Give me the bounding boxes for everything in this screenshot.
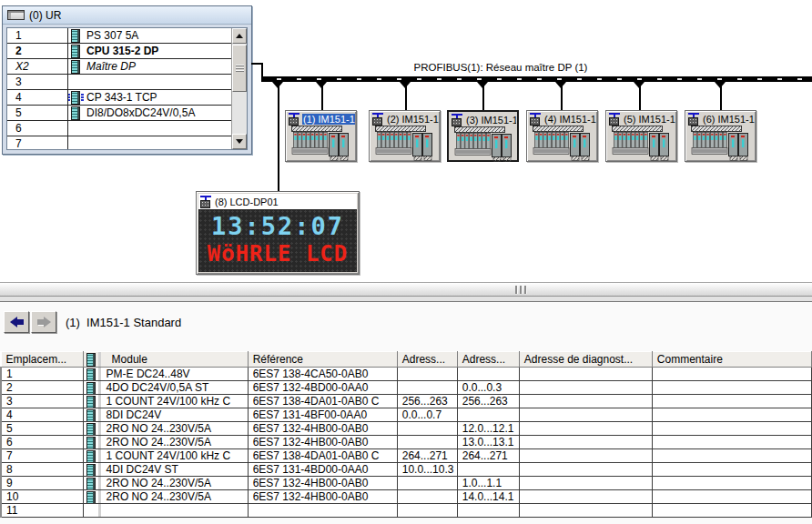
cell-address-e: 0.0...0.7 <box>397 408 457 422</box>
cell-comment <box>652 381 811 395</box>
rack-titlebar[interactable]: (0) UR <box>3 6 251 25</box>
et200s-station-image <box>690 126 750 162</box>
cell-comment <box>652 436 811 449</box>
module-table-row[interactable]: 5 2RO NO 24..230V/5A 6ES7 132-4HB00-0AB0… <box>1 422 812 436</box>
module-icon <box>71 91 80 105</box>
cell-address-e: 256...263 <box>397 395 457 408</box>
column-header-diagnostic-address[interactable]: Adresse de diagnost... <box>519 352 652 368</box>
profibus-line[interactable] <box>261 76 812 82</box>
cell-slot: 6 <box>1 436 83 449</box>
cell-address-s: 12.0...12.1 <box>457 422 519 436</box>
cell-reference: 6ES7 132-4HB00-0AB0 <box>248 436 397 449</box>
module-icon <box>86 409 96 422</box>
profibus-slave-station[interactable]: (1) IM151-1 <box>285 110 357 162</box>
device-label: (3) IM151-1 <box>465 115 516 126</box>
module-table-row[interactable]: 9 2RO NO 24..230V/5A 6ES7 132-4HB00-0AB0… <box>1 477 812 490</box>
cell-slot: 5 <box>1 422 83 436</box>
rack-slot-row[interactable]: 2 CPU 315-2 DP <box>7 44 231 59</box>
profibus-slave-station[interactable]: (4) IM151-1 <box>526 110 598 162</box>
cell-module: 8DI DC24V <box>83 408 248 422</box>
cell-comment <box>652 422 811 436</box>
cell-module: 2RO NO 24..230V/5A <box>83 436 248 449</box>
module-icon <box>86 464 96 477</box>
cell-reference: 6ES7 131-4BD00-0AA0 <box>248 463 397 477</box>
drop-line <box>720 82 722 110</box>
module-table-row[interactable]: 4 8DI DC24V 6ES7 131-4BF00-0AA0 0.0...0.… <box>1 408 812 422</box>
cell-diagnostic-address <box>519 395 652 408</box>
column-header-address-e[interactable]: Adress... <box>397 352 457 368</box>
module-table-row[interactable]: 2 4DO DC24V/0,5A ST 6ES7 132-4BD00-0AA0 … <box>1 381 812 395</box>
cell-reference: 6ES7 138-4DA01-0AB0 C <box>248 449 397 463</box>
module-table-row[interactable]: 11 <box>1 504 812 518</box>
module-icon <box>86 437 96 449</box>
rack-slot-row[interactable]: 3 <box>7 75 231 90</box>
cell-module: 2RO NO 24..230V/5A <box>83 490 248 504</box>
profibus-slave-station[interactable]: (6) IM151-1 <box>685 110 756 162</box>
cell-comment <box>652 368 811 381</box>
lcd-dp01-station[interactable]: (8) LCD-DP01 13:52:07 WöHRLE LCD <box>196 191 360 275</box>
column-header-reference[interactable]: Référence <box>248 352 397 368</box>
profibus-slave-station[interactable]: (3) IM151-1 <box>447 110 519 162</box>
column-header-address-s[interactable]: Adress... <box>457 352 519 368</box>
slot-number: 3 <box>15 76 22 88</box>
cell-slot: 3 <box>1 395 83 408</box>
cell-address-s: 256...263 <box>457 395 519 408</box>
pane-splitter[interactable] <box>0 282 812 297</box>
cell-slot: 8 <box>1 463 83 477</box>
column-header-comment[interactable]: Commentaire <box>652 352 811 368</box>
cell-comment <box>652 504 811 518</box>
rack-slot-row[interactable]: X2 Maître DP <box>7 59 231 75</box>
module-icon <box>86 353 96 367</box>
rack-slot-row[interactable]: 1 PS 307 5A <box>7 28 231 44</box>
module-icon <box>86 382 96 395</box>
cell-comment <box>652 449 811 463</box>
cell-reference: 6ES7 132-4HB00-0AB0 <box>248 477 397 490</box>
profibus-slave-station[interactable]: (2) IM151-1 <box>369 110 441 162</box>
cell-address-e <box>397 436 457 449</box>
module-table-row[interactable]: 1 PM-E DC24..48V 6ES7 138-4CA50-0AB0 <box>1 368 812 381</box>
et200s-station-image <box>290 126 350 162</box>
scrollbar-thumb[interactable] <box>232 45 247 92</box>
column-header-module[interactable]: Module <box>83 352 248 368</box>
cell-address-e <box>397 490 457 504</box>
cell-module: 4DI DC24V ST <box>83 463 248 477</box>
cell-module: 4DO DC24V/0,5A ST <box>83 381 248 395</box>
module-table-row[interactable]: 6 2RO NO 24..230V/5A 6ES7 132-4HB00-0AB0… <box>1 436 812 449</box>
column-header-slot[interactable]: Emplacem... <box>1 352 83 368</box>
cell-diagnostic-address <box>519 477 652 490</box>
module-name: PS 307 5A <box>86 29 138 42</box>
cell-address-s: 13.0...13.1 <box>457 436 519 449</box>
splitter-grip-icon[interactable] <box>515 286 528 294</box>
module-table-row[interactable]: 7 1 COUNT 24V/100 kHz C 6ES7 138-4DA01-0… <box>1 449 812 463</box>
module-icon <box>86 450 96 463</box>
rack-slot-row[interactable]: 4 CP 343-1 TCP <box>7 90 231 106</box>
device-label: (6) IM151-1 <box>702 114 755 125</box>
module-name: CPU 315-2 DP <box>86 45 158 57</box>
module-table-row[interactable]: 3 1 COUNT 24V/100 kHz C 6ES7 138-4DA01-0… <box>1 395 812 408</box>
cell-comment <box>652 408 811 422</box>
dp-slave-icon <box>529 113 542 126</box>
cell-diagnostic-address <box>519 408 652 422</box>
cell-diagnostic-address <box>519 504 652 518</box>
previous-station-button[interactable] <box>4 311 29 333</box>
cell-address-s: 14.0...14.1 <box>457 490 519 504</box>
cell-comment <box>652 463 811 477</box>
cell-reference: 6ES7 132-4HB00-0AB0 <box>248 422 397 436</box>
cell-address-e <box>397 381 457 395</box>
slot-number: X2 <box>15 60 29 73</box>
hw-config-station-window: (0) UR 1 PS 307 5A 2 <box>0 0 812 524</box>
device-label: (2) IM151-1 <box>386 114 439 125</box>
module-icon <box>86 478 96 490</box>
cell-diagnostic-address <box>519 490 652 504</box>
cell-module: 2RO NO 24..230V/5A <box>83 477 248 490</box>
module-table-row[interactable]: 8 4DI DC24V ST 6ES7 131-4BD00-0AA0 10.0.… <box>1 463 812 477</box>
module-name: Maître DP <box>86 60 136 73</box>
next-station-button[interactable] <box>31 311 56 333</box>
profibus-slave-station[interactable]: (5) IM151-1 <box>605 110 677 162</box>
scroll-up-button[interactable] <box>232 28 247 44</box>
slot-number: 1 <box>15 29 22 42</box>
device-label: (5) IM151-1 <box>623 114 675 125</box>
drop-line <box>639 82 641 110</box>
module-table-row[interactable]: 10 2RO NO 24..230V/5A 6ES7 132-4HB00-0AB… <box>1 490 812 504</box>
arrow-up-icon <box>236 34 243 38</box>
